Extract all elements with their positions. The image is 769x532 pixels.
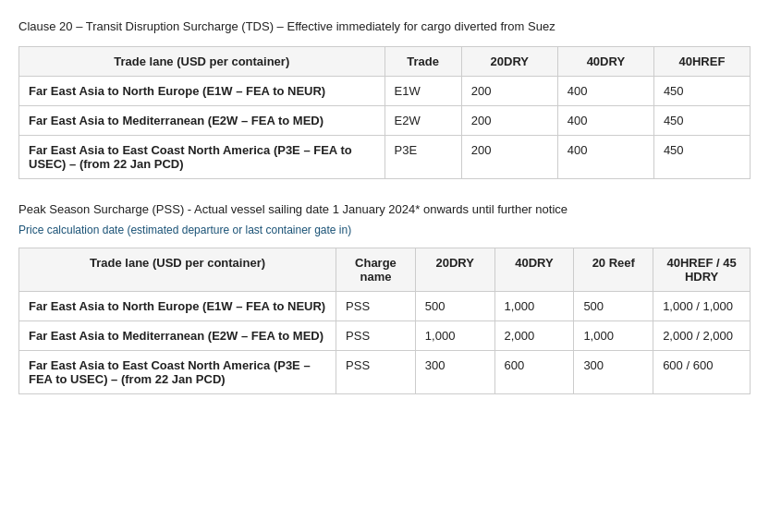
dry40-cell: 600 bbox=[494, 351, 574, 394]
dry40-cell: 400 bbox=[557, 77, 653, 106]
section1-title: Clause 20 – Transit Disruption Surcharge… bbox=[18, 18, 751, 35]
table-row: Far East Asia to East Coast North Americ… bbox=[19, 351, 751, 394]
lane-cell: Far East Asia to East Coast North Americ… bbox=[19, 136, 385, 179]
col-header-40href2: 40HREF / 45 HDRY bbox=[653, 248, 751, 292]
href40-cell: 450 bbox=[653, 106, 750, 136]
col-header-40href: 40HREF bbox=[653, 47, 750, 77]
reef20-cell: 1,000 bbox=[574, 321, 653, 351]
href40-cell: 450 bbox=[653, 136, 750, 179]
lane-cell: Far East Asia to Mediterranean (E2W – FE… bbox=[19, 106, 385, 136]
dry40-cell: 2,000 bbox=[494, 321, 574, 351]
dry20-cell: 200 bbox=[461, 136, 557, 179]
dry20-cell: 300 bbox=[415, 351, 494, 394]
href40-cell: 1,000 / 1,000 bbox=[653, 292, 751, 321]
dry20-cell: 200 bbox=[461, 106, 557, 136]
charge-cell: PSS bbox=[336, 351, 416, 394]
lane-cell: Far East Asia to Mediterranean (E2W – FE… bbox=[19, 321, 336, 351]
href40-cell: 600 / 600 bbox=[653, 351, 751, 394]
col-header-40dry: 40DRY bbox=[557, 47, 653, 77]
col-header-lane1: Trade lane (USD per container) bbox=[19, 47, 385, 77]
lane-cell: Far East Asia to East Coast North Americ… bbox=[19, 351, 336, 394]
lane-cell: Far East Asia to North Europe (E1W – FEA… bbox=[19, 77, 385, 106]
col-header-charge: Charge name bbox=[336, 248, 416, 292]
dry20-cell: 500 bbox=[415, 292, 494, 321]
trade-cell: E1W bbox=[384, 77, 461, 106]
dry40-cell: 400 bbox=[557, 106, 653, 136]
table-row: Far East Asia to North Europe (E1W – FEA… bbox=[19, 77, 751, 106]
dry40-cell: 400 bbox=[557, 136, 653, 179]
col-header-40dry2: 40DRY bbox=[494, 248, 574, 292]
section2-title: Peak Season Surcharge (PSS) - Actual ves… bbox=[18, 201, 751, 218]
section1-table: Trade lane (USD per container) Trade 20D… bbox=[18, 46, 751, 179]
dry40-cell: 1,000 bbox=[494, 292, 574, 321]
reef20-cell: 300 bbox=[574, 351, 653, 394]
table-row: Far East Asia to East Coast North Americ… bbox=[19, 136, 751, 179]
dry20-cell: 200 bbox=[461, 77, 557, 106]
section2-table: Trade lane (USD per container) Charge na… bbox=[18, 248, 751, 394]
dry20-cell: 1,000 bbox=[415, 321, 494, 351]
col-header-20dry: 20DRY bbox=[461, 47, 557, 77]
col-header-20dry2: 20DRY bbox=[415, 248, 494, 292]
col-header-trade: Trade bbox=[384, 47, 461, 77]
col-header-lane2: Trade lane (USD per container) bbox=[19, 248, 336, 292]
charge-cell: PSS bbox=[336, 321, 416, 351]
table-row: Far East Asia to North Europe (E1W – FEA… bbox=[19, 292, 751, 321]
col-header-20reef: 20 Reef bbox=[574, 248, 653, 292]
table-row: Far East Asia to Mediterranean (E2W – FE… bbox=[19, 106, 751, 136]
href40-cell: 2,000 / 2,000 bbox=[653, 321, 751, 351]
reef20-cell: 500 bbox=[574, 292, 653, 321]
table-row: Far East Asia to Mediterranean (E2W – FE… bbox=[19, 321, 751, 351]
trade-cell: P3E bbox=[384, 136, 461, 179]
lane-cell: Far East Asia to North Europe (E1W – FEA… bbox=[19, 292, 336, 321]
href40-cell: 450 bbox=[653, 77, 750, 106]
trade-cell: E2W bbox=[384, 106, 461, 136]
section2-subtitle: Price calculation date (estimated depart… bbox=[18, 224, 751, 236]
charge-cell: PSS bbox=[336, 292, 416, 321]
